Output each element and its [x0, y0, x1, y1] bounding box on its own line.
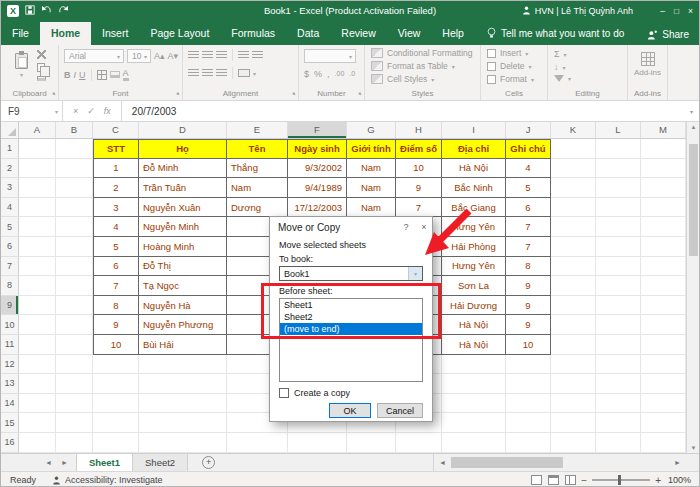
fill-button[interactable]: ↓ ▾ [554, 62, 627, 72]
horizontal-scroll-thumb[interactable] [451, 457, 563, 468]
increase-decimal-button[interactable]: .00 [335, 69, 345, 79]
sheet-tab-sheet1[interactable]: Sheet1 [76, 454, 133, 471]
row-header-3[interactable]: 3 [1, 178, 19, 198]
row-header-9[interactable]: 9 [1, 296, 19, 316]
row-header-14[interactable]: 14 [1, 394, 19, 414]
new-sheet-button[interactable]: + [202, 456, 215, 469]
align-left-icon[interactable] [188, 69, 199, 78]
page-break-view-button[interactable] [565, 475, 576, 485]
cell-C4[interactable]: 3 [93, 198, 139, 218]
cell-C5[interactable]: 4 [93, 217, 139, 237]
align-middle-icon[interactable] [202, 51, 213, 60]
column-header-J[interactable]: J [506, 122, 551, 138]
row-header-4[interactable]: 4 [1, 198, 19, 218]
cell-D10[interactable]: Nguyễn Phương [139, 315, 227, 335]
cell-F2[interactable]: 9/3/2002 [288, 159, 347, 179]
cell-C1[interactable]: STT [93, 139, 139, 159]
row-header-7[interactable]: 7 [1, 257, 19, 277]
cell-C11[interactable]: 10 [93, 335, 139, 355]
accounting-format-button[interactable]: $ [304, 69, 309, 79]
cell-D8[interactable]: Tạ Ngọc [139, 276, 227, 296]
cell-D1[interactable]: Họ [139, 139, 227, 159]
scroll-right-icon[interactable]: ► [669, 459, 686, 466]
percent-style-button[interactable]: % [314, 69, 322, 79]
tell-me-box[interactable]: Tell me what you want to do [487, 27, 624, 45]
combo-dropdown-button[interactable]: ▾ [408, 267, 422, 280]
cell-D6[interactable]: Hoàng Minh [139, 237, 227, 257]
align-center-icon[interactable] [202, 69, 213, 78]
save-icon[interactable] [25, 5, 35, 17]
cell-I10[interactable]: Hà Nội [442, 315, 506, 335]
row-header-2[interactable]: 2 [1, 159, 19, 179]
zoom-slider-thumb[interactable] [618, 475, 621, 485]
paste-button[interactable]: ▾ [15, 53, 28, 78]
row-header-16[interactable]: 16 [1, 433, 19, 453]
cell-F3[interactable]: 9/4/1989 [288, 178, 347, 198]
cell-J6[interactable]: 7 [506, 237, 551, 257]
column-header-K[interactable]: K [551, 122, 596, 138]
create-copy-checkbox[interactable]: Create a copy [279, 387, 423, 398]
font-color-icon[interactable]: A [123, 68, 129, 81]
column-header-D[interactable]: D [139, 122, 227, 138]
maximize-icon[interactable]: □ [674, 6, 679, 16]
row-header-1[interactable]: 1 [1, 139, 19, 159]
cell-J7[interactable]: 8 [506, 257, 551, 277]
cell-C9[interactable]: 8 [93, 296, 139, 316]
merge-center-icon[interactable] [238, 69, 250, 77]
cell-E3[interactable]: Nam [227, 178, 288, 198]
cell-C7[interactable]: 6 [93, 257, 139, 277]
cell-E1[interactable]: Tên [227, 139, 288, 159]
underline-button[interactable]: U [79, 70, 86, 80]
cell-J8[interactable]: 9 [506, 276, 551, 296]
cell-J9[interactable]: 9 [506, 296, 551, 316]
formula-value[interactable]: 20/7/2003 [122, 106, 177, 117]
tab-view[interactable]: View [387, 22, 432, 45]
vertical-scroll-thumb[interactable] [689, 144, 698, 256]
tab-file[interactable]: File [1, 22, 40, 45]
borders-icon[interactable] [97, 70, 107, 80]
number-format-select[interactable]: ▾ [304, 49, 356, 63]
row-header-15[interactable]: 15 [1, 413, 19, 433]
bold-button[interactable]: B [64, 70, 71, 80]
cut-icon[interactable] [37, 50, 46, 59]
autosum-button[interactable]: Σ ▾ [554, 49, 627, 59]
cancel-entry-icon[interactable]: × [73, 106, 78, 116]
italic-button[interactable]: I [74, 70, 77, 80]
row-header-6[interactable]: 6 [1, 237, 19, 257]
format-cells-button[interactable]: Format ▾ [487, 74, 547, 84]
cell-H2[interactable]: 10 [396, 159, 442, 179]
sheet-nav-left-icon[interactable]: ◄ [45, 459, 52, 466]
to-book-select[interactable]: Book1 ▾ [279, 266, 423, 281]
format-as-table-button[interactable]: Format as Table ▾ [371, 61, 480, 71]
cell-C3[interactable]: 2 [93, 178, 139, 198]
align-top-icon[interactable] [188, 51, 199, 60]
scroll-down-icon[interactable]: ▼ [687, 445, 700, 451]
cell-C6[interactable]: 5 [93, 237, 139, 257]
cell-I2[interactable]: Hà Nội [442, 159, 506, 179]
cell-C8[interactable]: 7 [93, 276, 139, 296]
font-name-select[interactable]: Arial ▾ [64, 49, 124, 63]
minimize-icon[interactable]: – [660, 6, 665, 16]
formula-bar-expand-icon[interactable]: ▾ [690, 108, 699, 115]
cell-J1[interactable]: Ghi chú [506, 139, 551, 159]
align-bottom-icon[interactable] [216, 51, 227, 60]
scroll-up-icon[interactable]: ▲ [687, 124, 700, 130]
column-header-A[interactable]: A [19, 122, 56, 138]
cell-I3[interactable]: Bắc Ninh [442, 178, 506, 198]
insert-function-icon[interactable]: fx [104, 106, 111, 116]
shrink-font-icon[interactable]: A▾ [168, 51, 179, 61]
dialog-title-bar[interactable]: Move or Copy ? × [270, 217, 432, 237]
row-header-10[interactable]: 10 [1, 315, 19, 335]
accessibility-status[interactable]: Accessibility: Investigate [52, 475, 163, 485]
insert-cells-button[interactable]: Insert ▾ [487, 48, 547, 58]
undo-icon[interactable] [41, 5, 52, 16]
align-right-icon[interactable] [216, 69, 227, 78]
fill-color-icon[interactable] [110, 71, 120, 78]
vertical-scrollbar[interactable]: ▲ ▼ [686, 122, 700, 453]
column-header-E[interactable]: E [227, 122, 288, 138]
cell-G2[interactable]: Nam [347, 159, 396, 179]
tab-home[interactable]: Home [40, 22, 91, 45]
font-size-select[interactable]: 10 ▾ [127, 49, 151, 63]
zoom-out-button[interactable]: − [576, 475, 592, 486]
column-header-I[interactable]: I [442, 122, 506, 138]
